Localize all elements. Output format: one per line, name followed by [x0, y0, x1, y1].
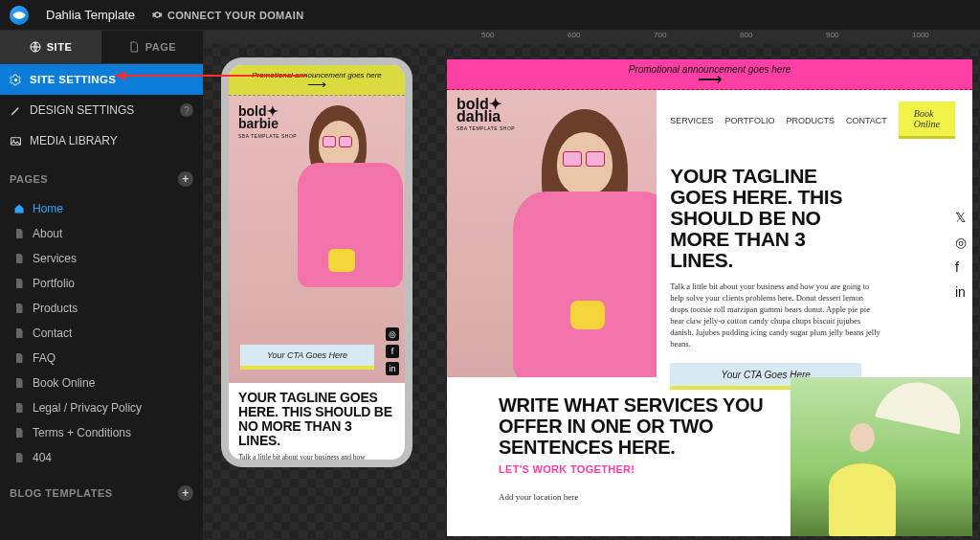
- help-icon[interactable]: ?: [180, 103, 193, 117]
- add-blog-template-button[interactable]: +: [178, 485, 193, 501]
- desktop-tagline: YOUR TAGLINE GOES HERE. THIS SHOULD BE N…: [670, 166, 871, 271]
- page-label: Products: [33, 302, 78, 315]
- hero-person-illustration: [475, 109, 657, 377]
- mobile-preview-frame[interactable]: Promotional announcement goes here ⟶ bol…: [221, 57, 412, 467]
- canvas[interactable]: 500 600 700 800 900 1000 Promotional ann…: [204, 31, 980, 540]
- section-pages-header: PAGES +: [0, 162, 203, 196]
- page-icon: [13, 278, 25, 289]
- section-pages-label: PAGES: [10, 173, 48, 185]
- ruler-tick: 900: [826, 31, 838, 39]
- page-icon: [13, 253, 25, 264]
- page-item-terms[interactable]: Terms + Conditions: [0, 420, 203, 445]
- page-label: Book Online: [33, 376, 95, 390]
- page-item-legal[interactable]: Legal / Privacy Policy: [0, 395, 203, 420]
- person-dress: [829, 463, 896, 536]
- watch-accessory: [570, 301, 605, 329]
- page-item-404[interactable]: 404: [0, 445, 203, 470]
- svg-point-1: [14, 78, 17, 80]
- book-online-button[interactable]: Book Online: [899, 101, 955, 139]
- page-item-products[interactable]: Products: [0, 296, 203, 321]
- page-label: Legal / Privacy Policy: [33, 401, 142, 415]
- page-item-book-online[interactable]: Book Online: [0, 371, 203, 395]
- page-icon: [13, 303, 25, 314]
- ruler-tick: 600: [568, 31, 580, 39]
- page-label: 404: [33, 451, 52, 464]
- page-icon: [13, 228, 25, 239]
- page-item-about[interactable]: About: [0, 221, 203, 246]
- page-label: Services: [33, 252, 77, 265]
- add-page-button[interactable]: +: [178, 171, 193, 187]
- page-icon: [13, 377, 25, 389]
- nav-contact[interactable]: CONTACT: [846, 116, 887, 125]
- nav-products[interactable]: PRODUCTS: [786, 116, 835, 125]
- section-blog-templates-label: BLOG TEMPLATES: [10, 487, 113, 499]
- globe-icon: [30, 41, 41, 53]
- page-label: Contact: [33, 326, 72, 340]
- hero-person-illustration: [271, 105, 405, 383]
- page-icon: [13, 452, 25, 463]
- mobile-cta-button[interactable]: Your CTA Goes Here: [240, 345, 374, 370]
- page-icon: [13, 427, 25, 439]
- services-image: [791, 377, 972, 536]
- desktop-paragraph: Talk a little bit about your business an…: [670, 281, 880, 349]
- page-label: Home: [33, 202, 63, 215]
- section-blog-templates-header: BLOG TEMPLATES +: [0, 476, 203, 510]
- menu-site-settings-label: SITE SETTINGS: [30, 74, 116, 85]
- instagram-icon[interactable]: ◎: [955, 235, 967, 250]
- umbrella-illustration: [875, 377, 968, 435]
- page-item-services[interactable]: Services: [0, 246, 203, 271]
- ruler-tick: 800: [740, 31, 752, 39]
- page-item-faq[interactable]: FAQ: [0, 346, 203, 371]
- tab-site[interactable]: SITE: [0, 31, 101, 63]
- menu-design-settings-label: DESIGN SETTINGS: [30, 103, 134, 117]
- mobile-social-icons: ◎ f in: [386, 327, 399, 375]
- sidebar: SITE PAGE SITE SETTINGS DESIGN SETTINGS …: [0, 31, 204, 540]
- connect-domain-label: CONNECT YOUR DOMAIN: [167, 10, 303, 21]
- nav-services[interactable]: SERVICES: [670, 116, 713, 125]
- desktop-social-icons: 𝕏 ◎ f in: [955, 210, 967, 300]
- menu-media-library-label: MEDIA LIBRARY: [30, 134, 118, 147]
- pencil-icon: [10, 104, 22, 117]
- mobile-preview-screen: Promotional announcement goes here ⟶ bol…: [229, 65, 405, 460]
- sidebar-tabs: SITE PAGE: [0, 31, 203, 64]
- ruler-tick: 500: [481, 31, 494, 39]
- nav-portfolio[interactable]: PORTFOLIO: [725, 116, 775, 125]
- page-icon: [13, 327, 25, 339]
- mobile-paragraph: Talk a little bit about your business an…: [238, 453, 395, 460]
- menu-design-settings[interactable]: DESIGN SETTINGS ?: [0, 95, 203, 125]
- gear-icon: [152, 10, 163, 20]
- page-icon: [13, 402, 25, 414]
- desktop-hero-image: bold✦ dahlia SBA TEMPLATE SHOP: [447, 90, 657, 377]
- page-icon: [13, 352, 25, 364]
- mobile-tagline: YOUR TAGLINE GOES HERE. THIS SHOULD BE N…: [238, 391, 395, 448]
- twitter-icon[interactable]: 𝕏: [955, 210, 967, 225]
- mobile-hero: bold✦ barbie SBA TEMPLATE SHOP: [229, 96, 405, 383]
- page-item-home[interactable]: Home: [0, 196, 203, 221]
- topbar: Dahlia Template CONNECT YOUR DOMAIN: [0, 0, 980, 31]
- facebook-icon[interactable]: f: [386, 345, 399, 358]
- image-icon: [10, 135, 22, 147]
- arrow-right-icon: ⟶: [307, 79, 326, 89]
- tab-page-label: PAGE: [145, 41, 176, 53]
- project-title: Dahlia Template: [46, 8, 135, 22]
- desktop-services-section: WRITE WHAT SERVICES YOU OFFER IN ONE OR …: [447, 377, 972, 536]
- desktop-preview-frame[interactable]: Promotional announcement goes here ⟶ bol…: [447, 59, 972, 536]
- menu-site-settings[interactable]: SITE SETTINGS: [0, 64, 203, 95]
- page-label: Portfolio: [33, 277, 75, 290]
- linkedin-icon[interactable]: in: [386, 362, 399, 375]
- tab-page[interactable]: PAGE: [101, 31, 203, 63]
- arrow-right-icon: ⟶: [698, 75, 723, 84]
- page-label: About: [33, 227, 62, 240]
- desktop-nav: SERVICES PORTFOLIO PRODUCTS CONTACT Book…: [670, 101, 955, 139]
- page-item-contact[interactable]: Contact: [0, 321, 203, 346]
- watch-accessory: [328, 249, 355, 272]
- services-title: WRITE WHAT SERVICES YOU OFFER IN ONE OR …: [499, 394, 771, 458]
- linkedin-icon[interactable]: in: [955, 284, 967, 300]
- facebook-icon[interactable]: f: [955, 259, 967, 275]
- menu-media-library[interactable]: MEDIA LIBRARY: [0, 125, 203, 156]
- instagram-icon[interactable]: ◎: [386, 327, 399, 341]
- desktop-hero-content: SERVICES PORTFOLIO PRODUCTS CONTACT Book…: [657, 90, 972, 377]
- page-item-portfolio[interactable]: Portfolio: [0, 271, 203, 296]
- connect-domain-button[interactable]: CONNECT YOUR DOMAIN: [152, 10, 303, 21]
- services-location: Add your location here: [499, 492, 771, 502]
